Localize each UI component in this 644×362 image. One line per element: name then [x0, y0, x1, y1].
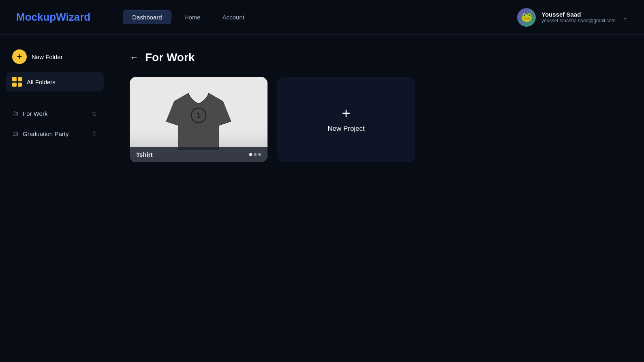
new-folder-label: New Folder [32, 53, 63, 60]
projects-grid: 1 Tshirt + New Project [130, 77, 624, 162]
project-card-footer: Tshirt [130, 147, 267, 162]
trash-icon-for-work[interactable]: 🗑 [92, 110, 97, 117]
sidebar-item-graduation-party[interactable]: 🗂 Graduation Party 🗑 [6, 125, 104, 142]
sidebar: + New Folder All Folders 🗂 For Work 🗑 🗂 … [0, 35, 109, 362]
folder-name-for-work: For Work [23, 110, 88, 117]
nav-home[interactable]: Home [175, 11, 210, 24]
app-logo: MockupWizard [16, 11, 90, 23]
project-options-dots[interactable] [249, 153, 261, 156]
sidebar-divider [6, 98, 104, 98]
nav-account[interactable]: Account [214, 11, 253, 24]
new-project-button[interactable]: + New Project [277, 77, 415, 162]
logo-text-wizard: Wizard [56, 11, 90, 23]
chevron-down-icon: ⌄ [623, 14, 628, 21]
sidebar-item-for-work[interactable]: 🗂 For Work 🗑 [6, 105, 104, 122]
user-info: Youssef Saad youssef.elbasha.saad@gmail.… [541, 11, 616, 23]
svg-text:1: 1 [197, 111, 201, 119]
back-button[interactable]: ← [130, 52, 139, 63]
folder-icon-graduation: 🗂 [12, 130, 19, 137]
avatar: 🐸 [517, 8, 536, 27]
all-folders-label: All Folders [27, 79, 56, 85]
plus-circle-icon: + [12, 49, 27, 64]
header: MockupWizard Dashboard Home Account 🐸 Yo… [0, 0, 644, 35]
dot-1 [249, 153, 252, 156]
dot-3 [258, 153, 261, 156]
folder-title: For Work [145, 51, 195, 64]
back-arrow-icon: ← [130, 52, 139, 63]
trash-icon-graduation[interactable]: 🗑 [92, 130, 97, 137]
grid-icon [12, 77, 22, 87]
all-folders-button[interactable]: All Folders [6, 72, 104, 92]
new-folder-button[interactable]: + New Folder [6, 45, 104, 69]
project-card-tshirt[interactable]: 1 Tshirt [130, 77, 267, 162]
main-nav: Dashboard Home Account [123, 10, 517, 24]
new-project-label: New Project [327, 125, 365, 133]
folder-name-graduation-party: Graduation Party [23, 130, 88, 137]
user-menu[interactable]: 🐸 Youssef Saad youssef.elbasha.saad@gmai… [517, 8, 628, 27]
avatar-emoji: 🐸 [521, 12, 532, 23]
dot-2 [254, 153, 257, 156]
folder-icon: 🗂 [12, 110, 19, 117]
user-email: youssef.elbasha.saad@gmail.com [541, 18, 616, 23]
user-name: Youssef Saad [541, 11, 616, 18]
content-header: ← For Work [130, 51, 624, 64]
main-layout: + New Folder All Folders 🗂 For Work 🗑 🗂 … [0, 35, 644, 362]
project-name: Tshirt [136, 151, 153, 158]
logo-text-mockup: Mockup [16, 11, 56, 23]
content-area: ← For Work 1 [109, 35, 644, 362]
nav-dashboard[interactable]: Dashboard [123, 10, 171, 24]
plus-large-icon: + [342, 106, 350, 121]
